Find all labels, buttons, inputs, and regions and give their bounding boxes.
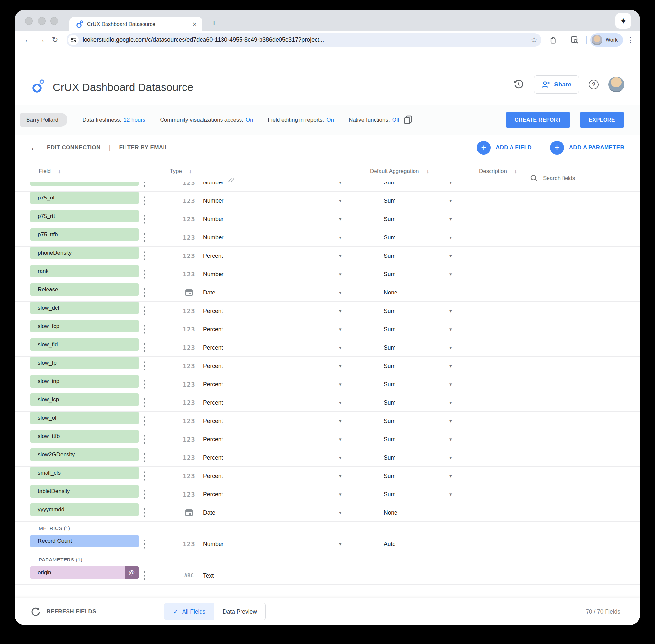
aggregation-value[interactable]: Sum	[384, 252, 396, 259]
aggregation-value[interactable]: Sum	[384, 381, 396, 388]
type-dropdown-icon[interactable]: ▾	[339, 182, 342, 185]
field-type[interactable]: Date	[203, 509, 215, 516]
copy-icon[interactable]	[403, 115, 412, 125]
type-dropdown-icon[interactable]: ▾	[339, 271, 342, 277]
field-type[interactable]: Percent	[203, 307, 223, 314]
field-type[interactable]: Percent	[203, 491, 223, 498]
aggregation-value[interactable]: Sum	[384, 399, 396, 406]
more-options-icon[interactable]	[144, 343, 145, 352]
type-dropdown-icon[interactable]: ▾	[339, 541, 342, 547]
aggregation-dropdown-icon[interactable]: ▾	[449, 363, 452, 369]
browser-menu-icon[interactable]: ⋮	[627, 36, 634, 44]
aggregation-value[interactable]: Sum	[384, 473, 396, 479]
aggregation-dropdown-icon[interactable]: ▾	[449, 436, 452, 442]
type-dropdown-icon[interactable]: ▾	[339, 400, 342, 406]
address-bar[interactable]: lookerstudio.google.com/c/datasources/ed…	[67, 33, 541, 47]
field-chip[interactable]: slow_ttfb	[30, 430, 139, 442]
search-fields-input[interactable]	[542, 175, 639, 182]
create-report-button[interactable]: CREATE REPORT	[506, 112, 570, 128]
field-chip[interactable]: p75_ttfb	[30, 228, 139, 241]
aggregation-dropdown-icon[interactable]: ▾	[449, 216, 452, 222]
type-dropdown-icon[interactable]: ▾	[339, 510, 342, 515]
field-type[interactable]: Number	[203, 215, 224, 223]
aggregation-value[interactable]: Sum	[384, 234, 396, 241]
lens-search-icon[interactable]	[568, 36, 582, 44]
field-type[interactable]: Date	[203, 289, 215, 296]
more-options-icon[interactable]	[144, 398, 145, 407]
field-type[interactable]: Percent	[203, 473, 223, 479]
aggregation-dropdown-icon[interactable]: ▾	[449, 182, 452, 185]
column-aggregation[interactable]: Default Aggregation↓	[370, 168, 429, 175]
type-dropdown-icon[interactable]: ▾	[339, 198, 342, 204]
aggregation-value[interactable]: Sum	[384, 344, 396, 351]
aggregation-value[interactable]: Sum	[384, 491, 396, 498]
all-fields-tab[interactable]: ✓ All Fields	[164, 603, 214, 620]
aggregation-value[interactable]: Sum	[384, 182, 396, 186]
more-options-icon[interactable]	[144, 270, 145, 278]
more-options-icon[interactable]	[144, 233, 145, 242]
aggregation-dropdown-icon[interactable]: ▾	[449, 345, 452, 350]
aggregation-value[interactable]: Sum	[384, 307, 396, 314]
field-type[interactable]: Number	[203, 182, 224, 186]
type-dropdown-icon[interactable]: ▾	[339, 216, 342, 222]
explore-button[interactable]: EXPLORE	[580, 112, 624, 128]
aggregation-dropdown-icon[interactable]: ▾	[449, 473, 452, 479]
field-type[interactable]: Percent	[203, 454, 223, 461]
field-chip[interactable]: slow_fcp	[30, 320, 139, 332]
field-type[interactable]: Percent	[203, 252, 223, 259]
field-chip[interactable]: yyyymmdd	[30, 504, 139, 516]
more-options-icon[interactable]	[144, 435, 145, 443]
aggregation-dropdown-icon[interactable]: ▾	[449, 418, 452, 424]
type-dropdown-icon[interactable]: ▾	[339, 290, 342, 296]
type-dropdown-icon[interactable]: ▾	[339, 326, 342, 332]
window-close-button[interactable]	[25, 17, 33, 25]
field-type[interactable]: Percent	[203, 436, 223, 442]
aggregation-dropdown-icon[interactable]: ▾	[449, 198, 452, 204]
aggregation-value[interactable]: Sum	[384, 271, 396, 277]
parameter-chip[interactable]: origin@	[30, 566, 139, 579]
extensions-icon[interactable]	[546, 36, 560, 44]
aggregation-value[interactable]: Sum	[384, 326, 396, 332]
type-dropdown-icon[interactable]: ▾	[339, 345, 342, 350]
aggregation-dropdown-icon[interactable]: ▾	[449, 491, 452, 497]
type-dropdown-icon[interactable]: ▾	[339, 363, 342, 369]
aggregation-value[interactable]: Sum	[384, 436, 396, 442]
type-dropdown-icon[interactable]: ▾	[339, 253, 342, 259]
field-type[interactable]: Percent	[203, 362, 223, 369]
aggregation-value[interactable]: Sum	[384, 197, 396, 204]
aggregation-dropdown-icon[interactable]: ▾	[449, 308, 452, 314]
site-info-icon[interactable]	[68, 35, 78, 45]
aggregation-value[interactable]: Sum	[384, 362, 396, 369]
field-chip[interactable]: p75_rtt	[30, 210, 139, 223]
field-type[interactable]: Percent	[203, 381, 223, 388]
add-field-button[interactable]: + ADD A FIELD	[477, 141, 532, 155]
column-field[interactable]: Field↓	[39, 168, 61, 175]
column-type[interactable]: Type↓	[170, 168, 192, 175]
add-parameter-button[interactable]: + ADD A PARAMETER	[550, 141, 624, 155]
edit-connection-link[interactable]: EDIT CONNECTION	[47, 144, 100, 151]
field-chip[interactable]: slow_dcl	[30, 302, 139, 314]
sparkle-icon[interactable]: ✦	[615, 13, 631, 29]
native-functions-setting[interactable]: Native functions:Off	[348, 117, 400, 123]
data-preview-tab[interactable]: Data Preview	[214, 603, 265, 620]
share-button[interactable]: Share	[534, 75, 579, 94]
more-options-icon[interactable]	[144, 196, 145, 205]
more-options-icon[interactable]	[144, 416, 145, 425]
type-dropdown-icon[interactable]: ▾	[339, 491, 342, 497]
more-options-icon[interactable]	[144, 251, 145, 260]
reload-icon[interactable]: ↻	[48, 36, 62, 44]
account-avatar[interactable]	[608, 77, 624, 92]
back-arrow-icon[interactable]: ←	[29, 142, 40, 153]
field-type[interactable]: Number	[203, 271, 224, 277]
version-history-icon[interactable]	[513, 79, 524, 90]
more-options-icon[interactable]	[144, 508, 145, 517]
type-dropdown-icon[interactable]: ▾	[339, 473, 342, 479]
field-type[interactable]: Number	[203, 197, 224, 204]
field-editing-setting[interactable]: Field editing in reports:On	[268, 117, 334, 123]
aggregation-dropdown-icon[interactable]: ▾	[449, 400, 452, 406]
window-minimize-button[interactable]	[38, 17, 46, 25]
more-options-icon[interactable]	[144, 539, 145, 548]
field-chip[interactable]: slow_fid	[30, 338, 139, 351]
more-options-icon[interactable]	[144, 214, 145, 223]
more-options-icon[interactable]	[144, 288, 145, 297]
